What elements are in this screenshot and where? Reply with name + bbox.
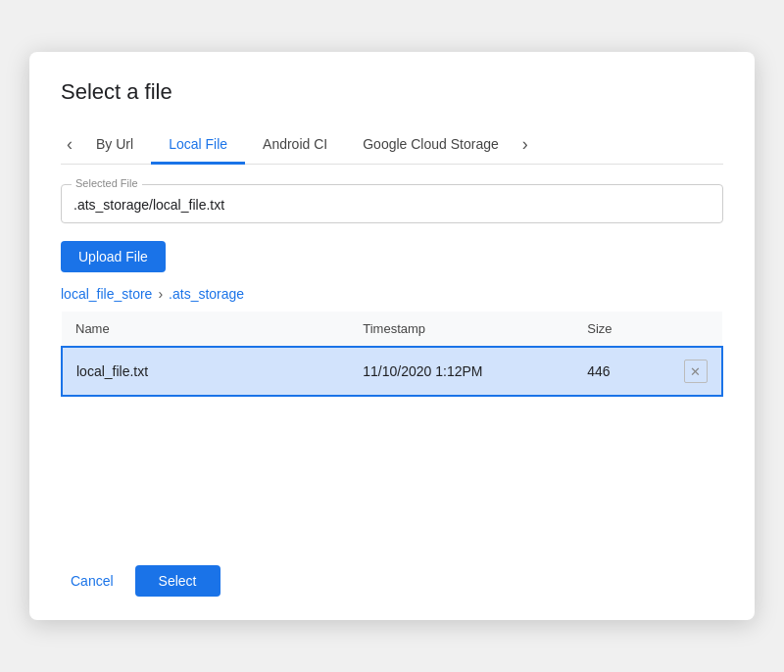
tab-by-url[interactable]: By Url [78,126,151,165]
tabs-next-button[interactable]: › [516,124,534,164]
selected-file-value: .ats_storage/local_file.txt [74,197,710,213]
breadcrumb-root-link[interactable]: local_file_store [61,286,152,302]
selected-file-label: Selected File [72,177,142,189]
col-header-name: Name [62,312,349,347]
file-select-dialog: Select a file ‹ By Url Local File Androi… [29,52,755,620]
delete-icon[interactable]: ✕ [684,360,708,383]
col-header-action [670,312,722,347]
col-header-timestamp: Timestamp [349,312,573,347]
tabs-row: ‹ By Url Local File Android CI Google Cl… [61,124,723,165]
breadcrumb-current[interactable]: .ats_storage [169,286,244,302]
file-name: local_file.txt [62,347,349,396]
tabs-prev-button[interactable]: ‹ [61,124,78,164]
breadcrumb: local_file_store › .ats_storage [61,286,723,302]
tab-android-ci[interactable]: Android CI [245,126,345,165]
tab-local-file[interactable]: Local File [151,126,245,165]
tab-google-cloud-storage[interactable]: Google Cloud Storage [345,126,516,165]
breadcrumb-separator: › [158,286,163,302]
col-header-size: Size [573,312,670,347]
file-timestamp: 11/10/2020 1:12PM [349,347,573,396]
file-table: Name Timestamp Size local_file.txt 11/10… [61,312,723,397]
cancel-button[interactable]: Cancel [61,565,123,597]
table-row[interactable]: local_file.txt 11/10/2020 1:12PM 446 ✕ [62,347,722,396]
upload-file-button[interactable]: Upload File [61,241,166,272]
table-header-row: Name Timestamp Size [62,312,722,347]
select-button[interactable]: Select [135,565,220,597]
file-size: 446 [573,347,670,396]
selected-file-field: Selected File .ats_storage/local_file.tx… [61,184,723,223]
dialog-footer: Cancel Select [61,565,723,597]
file-delete-cell: ✕ [670,347,722,396]
content-area: Selected File .ats_storage/local_file.tx… [61,165,723,534]
dialog-title: Select a file [61,79,723,105]
